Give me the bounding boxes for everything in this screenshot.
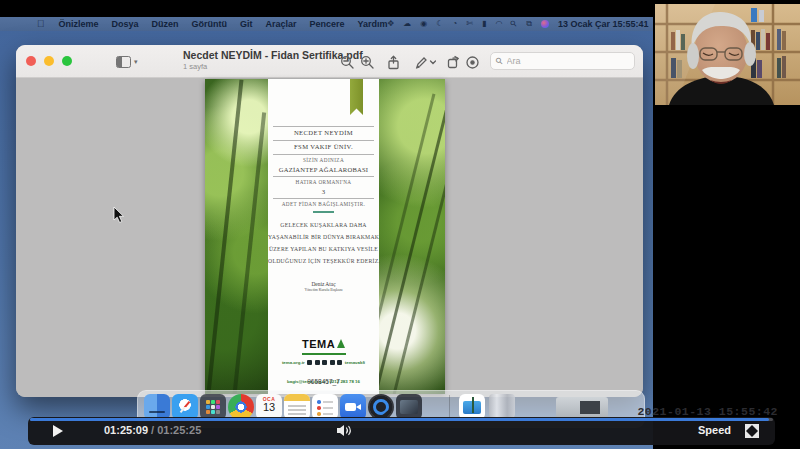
volume-button[interactable] xyxy=(336,423,353,438)
forest-image-left xyxy=(205,79,268,394)
certificate-code: 9658457_7 xyxy=(268,378,379,385)
search-icon: ⚲ xyxy=(493,55,505,67)
tool-icon[interactable]: ✄ xyxy=(466,20,473,28)
forest-name: GAZİANTEP AĞALAROBASI xyxy=(270,166,377,173)
sidebar-icon xyxy=(116,56,131,68)
social-handle-text: temavakfi xyxy=(345,360,365,365)
close-button[interactable] xyxy=(26,56,36,66)
do-not-disturb-moon-icon[interactable]: ☾ xyxy=(436,20,443,28)
website-text: tema.org.tr xyxy=(282,360,305,365)
webcam-scene xyxy=(655,4,800,105)
menu-dosya[interactable]: Dosya xyxy=(112,19,139,29)
seek-bar[interactable] xyxy=(30,418,773,421)
menu-git[interactable]: Git xyxy=(240,19,253,29)
extensions-icon[interactable]: ✥ xyxy=(388,20,395,28)
rule-line xyxy=(273,140,374,141)
record-icon[interactable]: ◉ xyxy=(420,20,427,28)
window-title: Necdet NEYDİM - Fidan Sertifika.pdf xyxy=(183,49,363,61)
total-time: 01:25:25 xyxy=(157,424,201,436)
battery-icon[interactable]: ▮ xyxy=(482,20,486,28)
green-divider xyxy=(313,211,334,213)
markup-chevron-icon[interactable] xyxy=(428,53,438,71)
zoom-button[interactable] xyxy=(62,56,72,66)
highlight-button[interactable] xyxy=(463,53,481,71)
video-frame:  Önizleme Dosya Düzen Görüntü Git Araçl… xyxy=(0,0,800,449)
recipient-name: NECDET NEYDİM xyxy=(270,129,377,136)
search-field[interactable]: ⚲ xyxy=(490,52,635,70)
message-line: OLDUĞUNUZ İÇİN TEŞEKKÜR EDERİZ. xyxy=(268,258,379,264)
social-row: tema.org.tr temavakfi xyxy=(268,360,379,365)
forest-image-right xyxy=(379,79,445,394)
instagram-icon xyxy=(322,360,327,365)
siri-icon[interactable] xyxy=(541,20,549,28)
timer-icon[interactable]: ◔ xyxy=(452,20,457,28)
ribbon-bookmark-icon xyxy=(350,79,363,115)
menu-bar:  Önizleme Dosya Düzen Görüntü Git Araçl… xyxy=(0,17,653,31)
tema-logo-text: TEMA xyxy=(302,338,335,350)
pdf-content-area[interactable]: NECDET NEYDİM FSM VAKIF ÜNİV. SİZİN ADIN… xyxy=(16,79,643,397)
on-behalf-caption: SİZİN ADINIZA xyxy=(270,157,377,163)
preview-window: ▾ Necdet NEYDİM - Fidan Sertifika.pdf 1 … xyxy=(16,45,643,397)
message-line: ÜZERE YAPILAN BU KATKIYA VESİLE xyxy=(268,246,379,252)
display-icon[interactable]: ⧉ xyxy=(526,20,532,28)
menu-pencere[interactable]: Pencere xyxy=(310,19,345,29)
youtube-icon xyxy=(337,360,342,365)
spotlight-search-icon[interactable]: ⚲ xyxy=(509,19,519,29)
mouse-cursor xyxy=(113,206,125,224)
wifi-icon[interactable]: ◠ xyxy=(495,20,502,28)
play-button[interactable] xyxy=(50,424,64,438)
tema-logo-underline xyxy=(302,353,346,355)
fullscreen-toggle-icon[interactable] xyxy=(745,424,759,438)
time-separator: / xyxy=(148,424,157,436)
menu-goruntu[interactable]: Görüntü xyxy=(192,19,228,29)
rule-line xyxy=(273,126,374,127)
video-player-bar: 01:25:09 / 01:25:25 Speed xyxy=(28,417,775,445)
linkedin-icon xyxy=(330,360,335,365)
rule-line xyxy=(273,176,374,177)
count-caption: ADET FİDAN BAĞIŞLAMIŞTIR. xyxy=(270,201,377,207)
menu-yardim[interactable]: Yardım xyxy=(358,19,388,29)
menu-onizleme[interactable]: Önizleme xyxy=(59,19,99,29)
seek-bar-fill xyxy=(30,418,769,421)
minimize-button[interactable] xyxy=(44,56,54,66)
speed-control[interactable]: Speed xyxy=(698,424,731,436)
rule-line xyxy=(273,198,374,199)
message-line: GELECEK KUŞAKLARA DAHA xyxy=(268,222,379,228)
signer-name: Deniz Ataç xyxy=(270,281,377,287)
certificate-text-band: NECDET NEYDİM FSM VAKIF ÜNİV. SİZİN ADIN… xyxy=(268,79,379,394)
page-count-label: 1 sayfa xyxy=(183,62,363,71)
screen-recording:  Önizleme Dosya Düzen Görüntü Git Araçl… xyxy=(0,0,653,449)
calendar-day-label: 13 xyxy=(256,402,282,413)
apple-menu-icon[interactable]:  xyxy=(37,19,45,29)
zoom-out-button[interactable] xyxy=(338,53,356,71)
webcam-video xyxy=(655,4,800,105)
current-time: 01:25:09 xyxy=(104,424,148,436)
facebook-icon xyxy=(315,360,320,365)
organization-name: FSM VAKIF ÜNİV. xyxy=(270,143,377,150)
signer-title: Yönetim Kurulu Başkanı xyxy=(270,288,377,292)
chevron-down-icon: ▾ xyxy=(134,58,138,66)
tree-icon xyxy=(337,339,345,348)
window-titlebar[interactable]: ▾ Necdet NEYDİM - Fidan Sertifika.pdf 1 … xyxy=(16,45,643,78)
sapling-count: 3 xyxy=(270,188,377,195)
time-display: 01:25:09 / 01:25:25 xyxy=(104,424,201,436)
sidebar-toggle-button[interactable]: ▾ xyxy=(116,54,142,69)
share-button[interactable] xyxy=(384,53,402,71)
twitter-icon xyxy=(307,360,312,365)
zoom-in-button[interactable] xyxy=(358,53,376,71)
search-input[interactable] xyxy=(507,56,607,66)
tema-logo: TEMA xyxy=(268,334,379,355)
window-controls xyxy=(26,56,72,66)
menu-items: Önizleme Dosya Düzen Görüntü Git Araçlar… xyxy=(59,19,388,29)
certificate-page: NECDET NEYDİM FSM VAKIF ÜNİV. SİZİN ADIN… xyxy=(205,79,445,394)
rotate-button[interactable] xyxy=(444,53,462,71)
dock-minimized-window[interactable] xyxy=(556,397,608,418)
forest-caption: HATIRA ORMANI'NA xyxy=(270,179,377,185)
menu-duzen[interactable]: Düzen xyxy=(152,19,179,29)
rule-line xyxy=(273,154,374,155)
menu-clock[interactable]: 13 Ocak Çar 15:55:41 xyxy=(558,19,649,29)
menu-araclar[interactable]: Araçlar xyxy=(266,19,297,29)
message-line: YAŞANABİLİR BİR DÜNYA BIRAKMAK xyxy=(268,234,379,240)
cloud-icon[interactable]: ☁ xyxy=(403,20,411,28)
menu-status-area: ✥ ☁ ◉ ☾ ◔ ✄ ▮ ◠ ⚲ ⧉ 13 Ocak Çar 15:55:41 xyxy=(388,19,649,29)
